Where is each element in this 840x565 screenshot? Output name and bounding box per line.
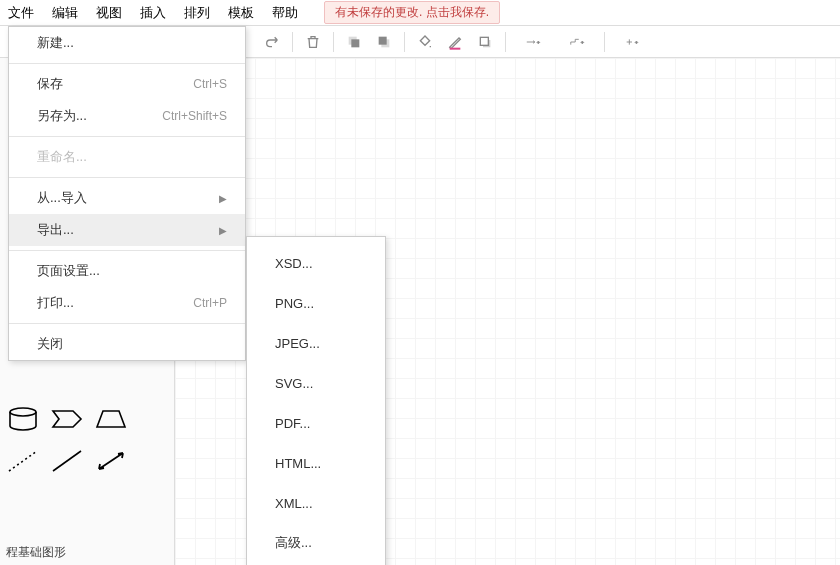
svg-rect-1 [351,39,359,47]
menu-item-import[interactable]: 从...导入▶ [9,182,245,214]
redo-button[interactable] [258,29,286,55]
fill-color-button[interactable] [411,29,439,55]
add-button[interactable] [611,29,653,55]
svg-rect-3 [379,36,387,44]
svg-point-5 [10,408,36,416]
menu-item-save[interactable]: 保存Ctrl+S [9,68,245,100]
menu-item-export[interactable]: 导出...▶ [9,214,245,246]
menu-item-close[interactable]: 关闭 [9,328,245,360]
shape-row [0,398,174,440]
export-png[interactable]: PNG... [247,283,385,323]
unsaved-notice[interactable]: 有未保存的更改. 点击我保存. [324,1,500,24]
menu-arrange[interactable]: 排列 [184,4,210,22]
export-svg[interactable]: SVG... [247,363,385,403]
file-menu-dropdown: 新建... 保存Ctrl+S 另存为...Ctrl+Shift+S 重命名...… [8,26,246,361]
to-front-button[interactable] [340,29,368,55]
shape-trapezoid[interactable] [94,406,128,432]
export-submenu: XSD... PNG... JPEG... SVG... PDF... HTML… [246,236,386,565]
shape-double-arrow[interactable] [94,448,128,474]
delete-button[interactable] [299,29,327,55]
export-jpeg[interactable]: JPEG... [247,323,385,363]
export-xsd[interactable]: XSD... [247,243,385,283]
menu-item-rename: 重命名... [9,141,245,173]
export-xml[interactable]: XML... [247,483,385,523]
menu-item-save-as[interactable]: 另存为...Ctrl+Shift+S [9,100,245,132]
shape-arrow-tag[interactable] [50,406,84,432]
export-advanced[interactable]: 高级... [247,523,385,563]
menu-view[interactable]: 视图 [96,4,122,22]
shape-row-lines [0,440,174,482]
menubar: 文件 编辑 视图 插入 排列 模板 帮助 有未保存的更改. 点击我保存. [0,0,840,26]
line-color-button[interactable] [441,29,469,55]
shape-dashed-line[interactable] [6,448,40,474]
shape-solid-line[interactable] [50,448,84,474]
sidebar-footer: 程基础图形 [0,540,174,565]
menu-item-new[interactable]: 新建... [9,27,245,59]
to-back-button[interactable] [370,29,398,55]
shadow-button[interactable] [471,29,499,55]
menu-item-page-setup[interactable]: 页面设置... [9,255,245,287]
export-html[interactable]: HTML... [247,443,385,483]
export-pdf[interactable]: PDF... [247,403,385,443]
connection-style-button[interactable] [512,29,554,55]
shape-cylinder[interactable] [6,406,40,432]
svg-rect-4 [480,37,488,45]
menu-insert[interactable]: 插入 [140,4,166,22]
menu-file[interactable]: 文件 [8,4,34,22]
menu-help[interactable]: 帮助 [272,4,298,22]
menu-item-print[interactable]: 打印...Ctrl+P [9,287,245,319]
waypoint-style-button[interactable] [556,29,598,55]
menu-template[interactable]: 模板 [228,4,254,22]
menu-edit[interactable]: 编辑 [52,4,78,22]
